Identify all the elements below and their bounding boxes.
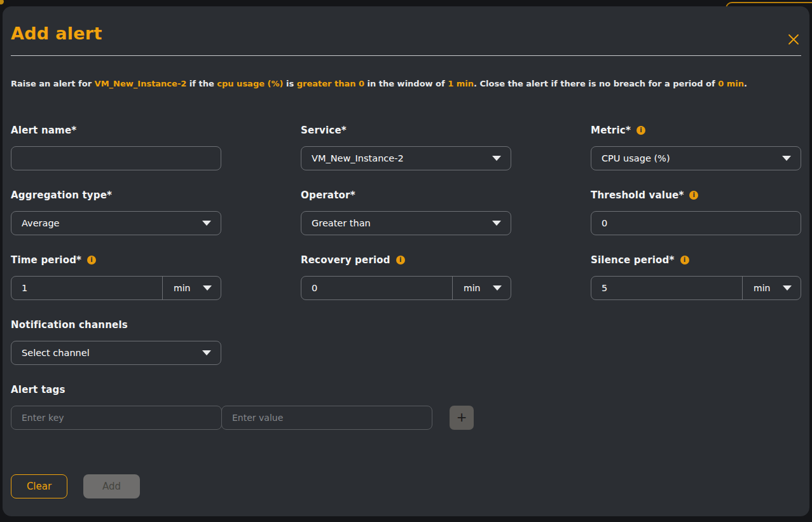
info-icon[interactable]: i: [637, 126, 645, 135]
alert-summary-sentence: Raise an alert for VM_New_Instance-2 if …: [11, 78, 801, 89]
tag-value-input[interactable]: [221, 406, 432, 430]
alert-form: Alert name* Service* VM_New_Instance-2 M…: [11, 125, 801, 430]
service-selected-value: VM_New_Instance-2: [312, 153, 404, 163]
page-title: Add alert: [11, 24, 801, 43]
operator-label-text: Operator*: [301, 189, 355, 201]
field-threshold-value: Threshold value* i: [591, 190, 801, 235]
time-period-label-text: Time period*: [11, 254, 81, 266]
summary-text: Raise an alert for: [11, 79, 95, 88]
operator-label: Operator*: [301, 190, 511, 200]
operator-selected-value: Greater than: [312, 218, 371, 228]
field-silence-period: Silence period* i min: [591, 255, 801, 300]
service-select[interactable]: VM_New_Instance-2: [301, 146, 511, 170]
title-divider: [11, 55, 801, 56]
time-period-unit-select[interactable]: min: [162, 277, 221, 299]
recovery-period-label: Recovery period i: [301, 255, 511, 265]
clear-button[interactable]: Clear: [11, 474, 67, 498]
operator-select[interactable]: Greater than: [301, 211, 511, 235]
service-label: Service*: [301, 125, 511, 135]
background-accent-dot: [0, 0, 4, 4]
info-icon[interactable]: i: [87, 256, 96, 264]
field-metric: Metric* i CPU usage (%): [591, 125, 801, 170]
field-recovery-period: Recovery period i min: [301, 255, 511, 300]
field-alert-name: Alert name*: [11, 125, 221, 170]
summary-text: .: [744, 79, 747, 88]
info-icon[interactable]: i: [680, 256, 689, 264]
summary-window-highlight: 1 min: [448, 79, 474, 88]
time-period-unit-value: min: [174, 283, 190, 293]
field-notification-channels: Notification channels Select channel: [11, 320, 221, 365]
summary-metric-highlight: cpu usage (%): [217, 79, 283, 88]
metric-select[interactable]: CPU usage (%): [591, 146, 801, 170]
notification-channels-select[interactable]: Select channel: [11, 341, 221, 365]
add-button[interactable]: Add: [83, 474, 140, 498]
chevron-down-icon: [492, 221, 501, 226]
silence-period-input[interactable]: [591, 277, 742, 299]
recovery-period-input[interactable]: [301, 277, 452, 299]
summary-service-highlight: VM_New_Instance-2: [95, 79, 187, 88]
alert-name-label-text: Alert name*: [11, 125, 76, 136]
silence-period-label: Silence period* i: [591, 255, 801, 265]
threshold-value-input[interactable]: [591, 211, 801, 235]
time-period-input[interactable]: [11, 277, 162, 299]
tag-key-input[interactable]: [11, 406, 222, 430]
chevron-down-icon: [203, 285, 212, 291]
alert-tags-row: +: [11, 406, 511, 430]
chevron-down-icon: [782, 156, 791, 161]
summary-text: . Close the alert if there is no breach …: [474, 79, 718, 88]
close-button[interactable]: [787, 32, 801, 46]
field-alert-tags: Alert tags +: [11, 385, 511, 430]
silence-period-label-text: Silence period*: [591, 254, 675, 266]
silence-period-unit-value: min: [754, 283, 770, 293]
alert-name-label: Alert name*: [11, 125, 221, 135]
recovery-period-unit-select[interactable]: min: [452, 277, 511, 299]
service-label-text: Service*: [301, 125, 347, 136]
add-alert-modal: Add alert Raise an alert for VM_New_Inst…: [3, 6, 809, 516]
summary-text: is: [283, 79, 296, 88]
time-period-label: Time period* i: [11, 255, 221, 265]
threshold-value-label: Threshold value* i: [591, 190, 801, 200]
aggregation-type-select[interactable]: Average: [11, 211, 221, 235]
notification-channels-label-text: Notification channels: [11, 319, 128, 331]
chevron-down-icon: [493, 285, 502, 291]
aggregation-type-selected-value: Average: [22, 218, 60, 228]
silence-period-composite: min: [591, 276, 801, 300]
field-operator: Operator* Greater than: [301, 190, 511, 235]
metric-label-text: Metric*: [591, 125, 631, 136]
aggregation-type-label-text: Aggregation type*: [11, 189, 112, 201]
silence-period-unit-select[interactable]: min: [742, 277, 801, 299]
notification-channels-label: Notification channels: [11, 320, 221, 330]
alert-tags-label: Alert tags: [11, 385, 511, 395]
chevron-down-icon: [202, 350, 211, 355]
chevron-down-icon: [492, 156, 501, 161]
field-aggregation-type: Aggregation type* Average: [11, 190, 221, 235]
info-icon[interactable]: i: [689, 191, 698, 200]
recovery-period-composite: min: [301, 276, 511, 300]
summary-text: if the: [186, 79, 217, 88]
alert-tags-label-text: Alert tags: [11, 384, 65, 395]
info-icon[interactable]: i: [396, 256, 405, 264]
modal-actions: Clear Add: [11, 474, 801, 498]
summary-recovery-highlight: 0 min: [718, 79, 744, 88]
close-icon: [787, 33, 800, 46]
threshold-value-label-text: Threshold value*: [591, 189, 684, 201]
recovery-period-label-text: Recovery period: [301, 254, 390, 266]
recovery-period-unit-value: min: [464, 283, 480, 293]
aggregation-type-label: Aggregation type*: [11, 190, 221, 200]
metric-selected-value: CPU usage (%): [602, 153, 670, 163]
plus-icon: +: [457, 409, 466, 425]
alert-name-input[interactable]: [11, 146, 221, 170]
add-tag-button[interactable]: +: [450, 406, 474, 430]
time-period-composite: min: [11, 276, 221, 300]
field-time-period: Time period* i min: [11, 255, 221, 300]
summary-condition-highlight: greater than 0: [297, 79, 364, 88]
field-service: Service* VM_New_Instance-2: [301, 125, 511, 170]
chevron-down-icon: [783, 285, 792, 291]
chevron-down-icon: [202, 221, 211, 226]
notification-channels-selected-value: Select channel: [22, 348, 90, 358]
summary-text: in the window of: [364, 79, 448, 88]
metric-label: Metric* i: [591, 125, 801, 135]
